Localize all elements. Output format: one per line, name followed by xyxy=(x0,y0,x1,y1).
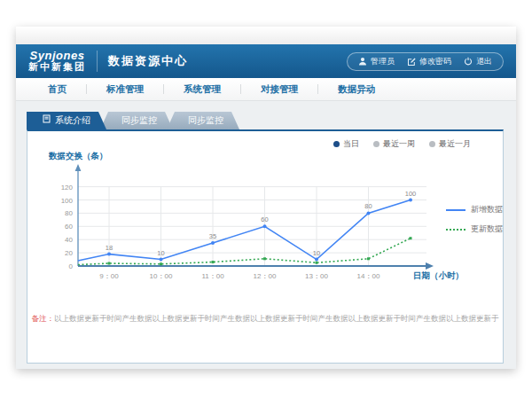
data-point xyxy=(211,241,215,245)
edit-icon xyxy=(407,57,416,66)
nav-item-home[interactable]: 首页 xyxy=(28,83,86,96)
footnote-label: 备注： xyxy=(32,314,55,323)
data-point-label: 10 xyxy=(313,249,320,257)
logout-button[interactable]: 退出 xyxy=(464,56,492,67)
data-point-label: 10 xyxy=(157,249,164,257)
data-point xyxy=(212,261,215,263)
user-icon xyxy=(358,57,367,66)
data-point xyxy=(410,237,412,239)
x-tick-label: 12：00 xyxy=(254,272,277,280)
radio-dot-icon xyxy=(429,141,435,147)
header-divider xyxy=(97,51,98,72)
change-password-button[interactable]: 修改密码 xyxy=(407,56,451,67)
power-icon xyxy=(464,57,473,66)
user-button-label: 管理员 xyxy=(371,56,395,67)
main-nav: 首页 标准管理 系统管理 对接管理 数据异动 xyxy=(16,78,516,101)
logo-text-cn: 新中新集团 xyxy=(28,62,86,73)
tab-system-intro[interactable]: 系统介绍 xyxy=(27,112,106,129)
data-point-label: 100 xyxy=(405,190,417,198)
y-tick-label: 20 xyxy=(65,249,73,257)
series-line-1 xyxy=(78,239,411,265)
app-title: 数据资源中心 xyxy=(108,53,188,69)
radio-dot-icon xyxy=(373,141,379,147)
x-axis-arrow-icon xyxy=(426,262,434,270)
x-tick-label: 14：00 xyxy=(357,272,380,280)
data-point xyxy=(108,262,111,265)
tab-sync-monitor-1[interactable]: 同步监控 xyxy=(100,112,173,129)
data-point xyxy=(263,257,266,260)
x-tick-label: 13：00 xyxy=(305,272,328,280)
data-point-label: 60 xyxy=(261,215,268,223)
y-tick-label: 120 xyxy=(61,184,74,192)
change-password-label: 修改密码 xyxy=(419,56,451,67)
company-logo: Synjones 新中新集团 xyxy=(28,50,86,72)
tab-label: 系统介绍 xyxy=(55,112,90,129)
tab-sync-monitor-2[interactable]: 同步监控 xyxy=(167,112,239,129)
y-axis-arrow-icon xyxy=(75,164,82,171)
chart-panel: 当日 最近一周 最近一月 数据交换（条） 0204060801001209：00… xyxy=(27,129,504,364)
x-tick-label: 9：00 xyxy=(99,272,119,280)
nav-item-system-mgmt[interactable]: 系统管理 xyxy=(164,83,240,96)
user-button[interactable]: 管理员 xyxy=(358,56,395,67)
data-point-label: 80 xyxy=(364,202,372,210)
legend-item-new-data: 新增数据 xyxy=(446,204,503,215)
x-tick-label: 11：00 xyxy=(201,272,224,280)
legend-label: 新增数据 xyxy=(471,204,503,215)
nav-item-standard-mgmt[interactable]: 标准管理 xyxy=(87,83,163,96)
nav-item-interface-mgmt[interactable]: 对接管理 xyxy=(241,83,317,96)
y-tick-label: 60 xyxy=(65,223,73,231)
y-tick-label: 40 xyxy=(65,236,73,244)
nav-item-data-change[interactable]: 数据异动 xyxy=(318,83,395,96)
x-tick-label: 10：00 xyxy=(150,272,173,280)
dotted-line-swatch-icon xyxy=(446,229,466,231)
data-point xyxy=(263,224,267,228)
x-axis-title: 日期（小时） xyxy=(413,270,464,282)
tab-bar: 系统介绍 同步监控 同步监控 xyxy=(27,112,239,129)
data-point xyxy=(160,262,162,265)
tab-label: 同步监控 xyxy=(121,112,157,129)
data-point-label: 18 xyxy=(106,244,113,252)
logo-text-en: Synjones xyxy=(30,50,85,62)
data-point xyxy=(315,258,318,262)
chart-legend: 新增数据 更新数据 xyxy=(446,204,503,235)
radio-dot-icon xyxy=(333,141,340,147)
tab-label: 同步监控 xyxy=(188,112,223,129)
solid-line-swatch-icon xyxy=(446,209,466,211)
y-tick-label: 0 xyxy=(69,262,74,270)
series-line-0 xyxy=(78,200,411,262)
content-area: 系统介绍 同步监控 同步监控 当日 最近一周 xyxy=(16,101,516,369)
logout-label: 退出 xyxy=(476,56,492,67)
data-point xyxy=(367,211,371,215)
legend-label: 更新数据 xyxy=(471,223,503,235)
data-point-label: 35 xyxy=(209,232,216,240)
y-tick-label: 80 xyxy=(65,209,73,217)
header-user-actions: 管理员 修改密码 退出 xyxy=(347,52,504,71)
app-window: Synjones 新中新集团 数据资源中心 管理员 修改密码 xyxy=(16,27,516,369)
data-point xyxy=(316,262,318,264)
data-point xyxy=(107,253,111,256)
data-point xyxy=(409,199,412,202)
y-tick-label: 100 xyxy=(61,197,74,205)
legend-item-updated-data: 更新数据 xyxy=(446,223,503,235)
footnote-text: 以上数据更新于时间产生数据以上数据更新于时间产生数据以上数据更新于时间产生数据以… xyxy=(54,314,499,323)
document-icon xyxy=(43,112,51,129)
data-point xyxy=(367,257,370,260)
line-chart-svg: 0204060801001209：0010：0011：0012：0013：001… xyxy=(36,147,444,325)
app-header: Synjones 新中新集团 数据资源中心 管理员 修改密码 xyxy=(16,44,516,78)
footnote: 备注：以上数据更新于时间产生数据以上数据更新于时间产生数据以上数据更新于时间产生… xyxy=(27,314,503,325)
data-point xyxy=(160,258,163,262)
window-top-strip xyxy=(16,27,516,44)
